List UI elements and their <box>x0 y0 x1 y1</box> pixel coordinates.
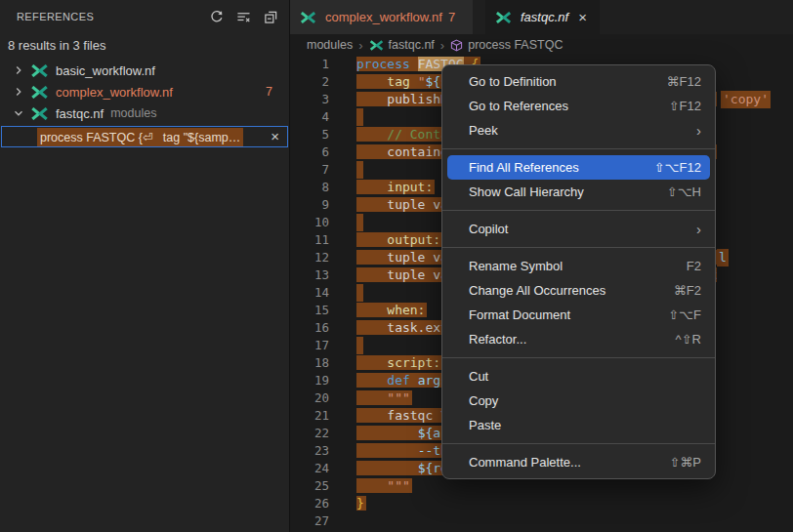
code-token: } <box>356 496 364 511</box>
file-row-complex-workflow-nf[interactable]: complex_workflow.nf7 <box>0 81 289 102</box>
menu-item-go-to-definition[interactable]: Go to Definition⌘F12 <box>447 69 710 94</box>
menu-item-shortcut: F2 <box>687 259 701 273</box>
menu-separator <box>442 210 715 211</box>
menu-item-label: Cut <box>469 369 488 384</box>
nextflow-file-icon <box>300 11 319 24</box>
code-token <box>356 426 418 440</box>
line-number: 8 <box>290 179 329 196</box>
submenu-arrow-icon: › <box>696 222 701 236</box>
line-number: 18 <box>290 354 329 372</box>
vscode-window: REFERENCES <box>0 0 793 532</box>
menu-item-label: Go to Definition <box>469 74 557 89</box>
line-number: 3 <box>290 91 329 108</box>
breadcrumb-label: modules <box>307 38 353 52</box>
tab-close-icon[interactable]: × <box>578 10 587 24</box>
menu-item-shortcut: ⇧⌥H <box>667 184 701 199</box>
file-name: complex_workflow.nf <box>56 85 173 100</box>
result-count-badge: 7 <box>266 85 272 99</box>
result-match-text: process FASTQC {⏎ tag "${samp… <box>37 128 243 146</box>
code-token <box>356 443 418 458</box>
nextflow-file-icon <box>495 11 515 24</box>
selection-span: fastqc \ <box>356 408 450 423</box>
code-line[interactable]: 26} <box>290 495 793 512</box>
menu-separator <box>442 443 715 444</box>
editor-tab-fastqc-nf[interactable]: fastqc.nf× <box>485 0 600 34</box>
results-summary: 8 results in 3 files <box>0 33 289 60</box>
dismiss-result-icon[interactable]: × <box>271 127 279 146</box>
file-row-basic-workflow-nf[interactable]: basic_workflow.nf <box>0 60 289 81</box>
chevron-right-icon[interactable] <box>11 62 26 78</box>
code-token <box>356 303 387 317</box>
menu-item-paste[interactable]: Paste <box>447 413 710 437</box>
menu-item-cut[interactable]: Cut <box>447 364 710 389</box>
menu-item-label: Peek <box>469 123 498 138</box>
line-number: 27 <box>290 512 329 530</box>
menu-item-show-call-hierarchy[interactable]: Show Call Hierarchy⇧⌥H <box>447 180 710 204</box>
nextflow-file-icon <box>30 63 50 77</box>
menu-item-format-document[interactable]: Format Document⇧⌥F <box>447 303 710 327</box>
menu-item-label: Show Call Hierarchy <box>469 184 584 199</box>
menu-item-copy[interactable]: Copy <box>447 389 710 413</box>
line-number: 1 <box>290 56 329 73</box>
breadcrumb-separator-icon: › <box>440 38 444 53</box>
code-token: tag <box>387 74 417 89</box>
collapse-all-icon[interactable] <box>263 9 279 25</box>
line-number: 17 <box>290 337 329 354</box>
chevron-down-icon[interactable] <box>11 105 26 121</box>
line-number: 6 <box>290 143 329 161</box>
menu-item-refactor[interactable]: Refactor...^⇧R <box>447 327 710 351</box>
line-number: 14 <box>290 284 329 302</box>
code-line[interactable]: 27 <box>290 512 793 530</box>
menu-item-find-all-references[interactable]: Find All References⇧⌥F12 <box>447 155 710 180</box>
code-token: input: <box>387 180 433 194</box>
line-number: 24 <box>290 460 329 477</box>
selection-span: """ <box>356 478 412 493</box>
line-number: 20 <box>290 389 329 407</box>
selection-span: """ <box>356 390 412 405</box>
code-line-text: } <box>356 495 717 512</box>
refresh-icon[interactable] <box>208 9 225 25</box>
line-number: 15 <box>290 302 329 319</box>
line-number: 9 <box>290 196 329 214</box>
file-row-fastqc-nf[interactable]: fastqc.nfmodules <box>0 102 289 124</box>
result-item-selected[interactable]: process FASTQC {⏎ tag "${samp… × <box>1 126 288 147</box>
line-number: 10 <box>290 214 329 231</box>
nextflow-file-icon <box>369 40 384 51</box>
code-token: """ <box>356 478 410 493</box>
code-token: """ <box>356 390 410 405</box>
line-number: 13 <box>290 266 329 284</box>
menu-item-shortcut: ⌘F2 <box>674 283 701 298</box>
selection-span: script: <box>356 355 442 370</box>
breadcrumb-item-modules[interactable]: modules <box>307 38 353 52</box>
file-name: fastqc.nf <box>56 106 104 121</box>
line-number: 4 <box>290 108 329 126</box>
menu-item-label: Copy <box>469 393 498 408</box>
line-number: 25 <box>290 477 329 495</box>
editor-tab-complex-workflow-nf[interactable]: complex_workflow.nf7 <box>290 0 473 34</box>
menu-item-go-to-references[interactable]: Go to References⇧F12 <box>447 94 710 118</box>
menu-item-rename-symbol[interactable]: Rename SymbolF2 <box>447 254 710 278</box>
breadcrumb: modules› fastqc.nf› process FASTQC <box>290 34 793 56</box>
menu-item-label: Paste <box>469 418 501 432</box>
code-token: output: <box>387 232 440 247</box>
menu-item-shortcut: ⇧F12 <box>669 99 701 113</box>
submenu-arrow-icon: › <box>696 123 701 138</box>
tab-label: fastqc.nf <box>521 10 568 24</box>
code-token: process <box>356 57 418 71</box>
menu-item-peek[interactable]: Peek› <box>447 118 710 143</box>
menu-item-change-all-occurrences[interactable]: Change All Occurrences⌘F2 <box>447 278 710 303</box>
breadcrumb-item-process-fastqc[interactable]: process FASTQC <box>450 38 563 52</box>
chevron-right-icon[interactable] <box>11 84 26 100</box>
code-line[interactable]: 25 """ <box>290 477 793 495</box>
menu-item-copilot[interactable]: Copilot› <box>447 217 710 241</box>
line-number: 16 <box>290 319 329 337</box>
context-menu: Go to Definition⌘F12Go to References⇧F12… <box>441 64 716 479</box>
code-overflow-fragment: l <box>717 249 729 266</box>
line-number: 11 <box>290 231 329 249</box>
menu-item-command-palette[interactable]: Command Palette...⇧⌘P <box>447 450 710 474</box>
clear-results-icon[interactable] <box>235 9 252 25</box>
menu-item-label: Rename Symbol <box>469 259 563 273</box>
breadcrumb-item-fastqc-nf[interactable]: fastqc.nf <box>369 38 435 52</box>
panel-toolbar <box>208 9 279 25</box>
menu-item-shortcut: ⇧⌥F12 <box>654 160 701 175</box>
